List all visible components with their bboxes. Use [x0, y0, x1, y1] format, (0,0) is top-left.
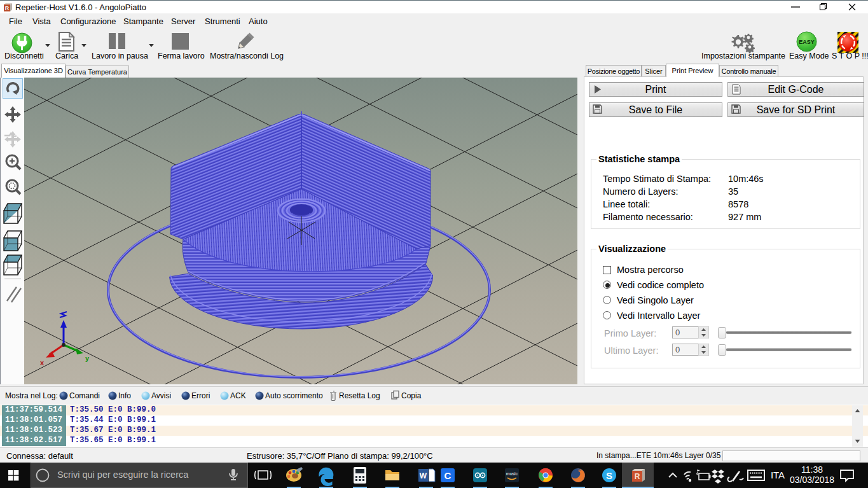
svg-text:11:38: 11:38 — [801, 464, 823, 475]
svg-text:R: R — [635, 472, 640, 481]
svg-text:S: S — [606, 470, 612, 481]
svg-text:y: y — [85, 354, 90, 362]
svg-text:EASY: EASY — [799, 39, 815, 45]
svg-text:03/03/2018: 03/03/2018 — [790, 475, 834, 485]
svg-text:R: R — [5, 5, 10, 11]
svg-text:W: W — [420, 471, 427, 480]
svg-text:music: music — [506, 471, 518, 476]
svg-text:x: x — [40, 359, 45, 366]
svg-text:ITA: ITA — [771, 470, 785, 480]
svg-text:C: C — [444, 470, 451, 481]
